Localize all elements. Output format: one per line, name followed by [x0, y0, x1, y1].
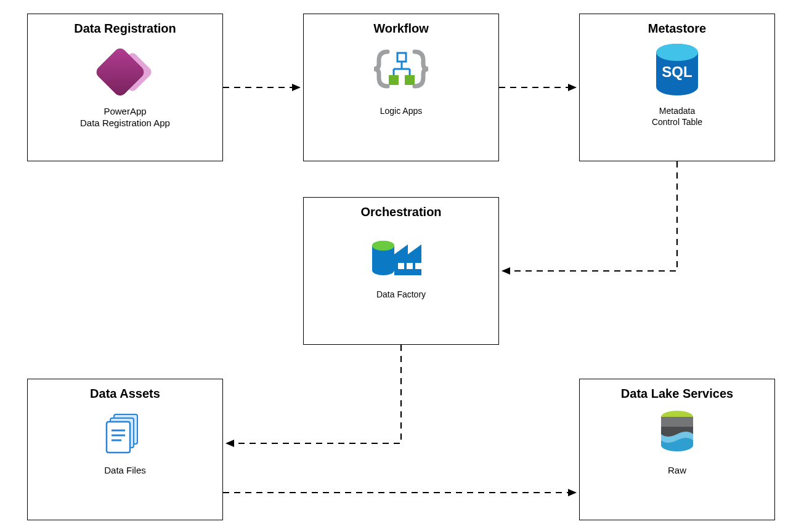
node-metastore: Metastore SQL Metadata Control Table: [579, 14, 775, 161]
svg-rect-15: [398, 263, 404, 269]
title-data-assets: Data Assets: [28, 387, 222, 401]
svg-rect-17: [415, 263, 421, 269]
edge-orchestration-assets: [227, 345, 401, 443]
svg-rect-20: [107, 422, 130, 453]
title-data-lake-services: Data Lake Services: [580, 387, 774, 401]
data-lake-icon: [580, 409, 774, 459]
svg-point-14: [372, 241, 394, 251]
caption-data-registration: PowerApp Data Registration App: [28, 106, 222, 129]
sql-database-icon: SQL: [580, 44, 774, 100]
powerapps-icon: [28, 44, 222, 100]
node-data-registration: Data Registration PowerApp Data Registra…: [27, 14, 223, 161]
node-orchestration: Orchestration Data Factory: [303, 197, 499, 345]
files-icon: [28, 409, 222, 459]
caption-data-assets: Data Files: [28, 465, 222, 477]
svg-rect-2: [94, 46, 146, 99]
node-data-assets: Data Assets Data Files: [27, 379, 223, 520]
title-orchestration: Orchestration: [304, 205, 498, 219]
caption-data-lake-services: Raw: [580, 465, 774, 477]
title-metastore: Metastore: [580, 22, 774, 36]
title-data-registration: Data Registration: [28, 22, 222, 36]
edge-metastore-orchestration: [503, 161, 677, 271]
svg-rect-9: [405, 75, 415, 85]
svg-rect-3: [397, 53, 406, 62]
data-factory-icon: [304, 228, 498, 283]
title-workflow: Workflow: [304, 22, 498, 36]
svg-text:SQL: SQL: [662, 63, 692, 80]
caption-workflow: Logic Apps: [304, 106, 498, 117]
svg-rect-16: [407, 263, 413, 269]
caption-metastore: Metadata Control Table: [580, 106, 774, 127]
caption-orchestration: Data Factory: [304, 289, 498, 300]
svg-point-11: [656, 44, 698, 61]
node-data-lake-services: Data Lake Services Raw: [579, 379, 775, 520]
node-workflow: Workflow Logic Apps: [303, 14, 499, 161]
svg-rect-8: [389, 75, 399, 85]
logic-apps-icon: [304, 44, 498, 100]
